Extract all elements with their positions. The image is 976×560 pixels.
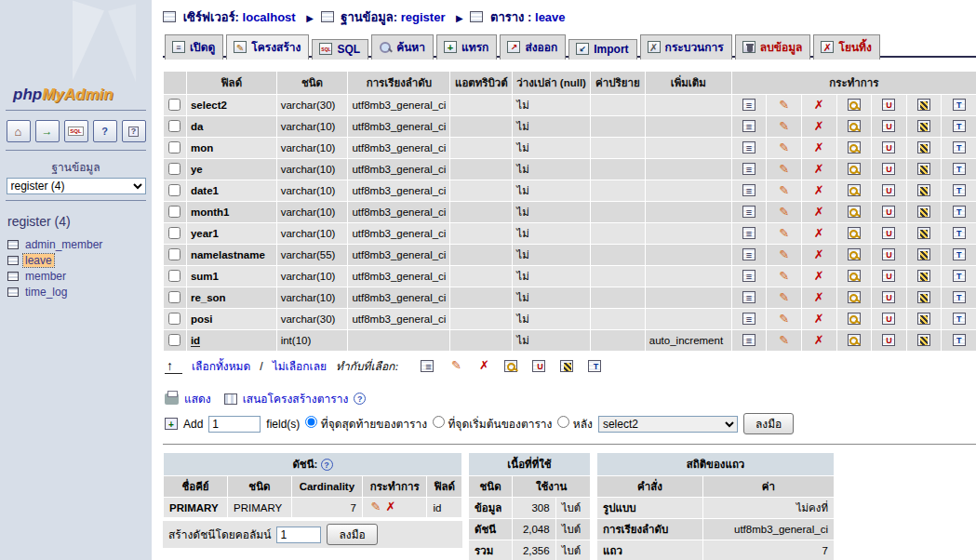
- drop-icon[interactable]: [811, 247, 826, 261]
- radio-after-input[interactable]: [557, 416, 569, 428]
- print-view-link[interactable]: แสดง: [184, 390, 211, 407]
- database-heading[interactable]: register (4): [7, 214, 152, 229]
- database-link[interactable]: register: [401, 10, 446, 24]
- fulltext-icon[interactable]: [952, 120, 967, 134]
- browse-icon[interactable]: [742, 227, 756, 241]
- drop-icon[interactable]: [811, 290, 826, 304]
- change-icon[interactable]: [777, 162, 792, 176]
- create-index-count-input[interactable]: [276, 527, 321, 543]
- table-link[interactable]: admin_member: [23, 238, 104, 251]
- change-icon[interactable]: [777, 226, 792, 240]
- sql-window-button[interactable]: SQL: [64, 120, 88, 142]
- unique-icon[interactable]: [881, 206, 896, 220]
- radio-at-begin[interactable]: ที่จุดเริ่มต้นของตาราง: [433, 415, 552, 433]
- radio-after[interactable]: หลัง: [557, 415, 592, 433]
- unique-icon[interactable]: [881, 248, 896, 262]
- index-icon[interactable]: [916, 291, 931, 305]
- unique-icon[interactable]: [881, 270, 896, 284]
- index-icon[interactable]: [916, 270, 931, 284]
- edit-index-icon[interactable]: [368, 500, 383, 513]
- primary-selected-icon[interactable]: [504, 360, 519, 374]
- tab-insert[interactable]: แทรก: [436, 34, 497, 60]
- unique-icon[interactable]: [881, 291, 896, 305]
- primary-icon[interactable]: [847, 184, 862, 198]
- change-icon[interactable]: [777, 312, 792, 326]
- change-icon[interactable]: [777, 205, 792, 219]
- row-checkbox[interactable]: [168, 99, 180, 111]
- row-checkbox[interactable]: [168, 313, 180, 325]
- uncheck-all-link[interactable]: ไม่เลือกเลย: [273, 357, 327, 375]
- fulltext-icon[interactable]: [952, 270, 967, 284]
- browse-selected-icon[interactable]: [421, 360, 435, 374]
- fulltext-icon[interactable]: [952, 227, 967, 241]
- drop-icon[interactable]: [811, 140, 826, 154]
- browse-icon[interactable]: [742, 99, 756, 113]
- tab-drop[interactable]: โยนทิ้ง: [813, 34, 879, 60]
- unique-icon[interactable]: [881, 99, 896, 113]
- drop-icon[interactable]: [811, 183, 826, 197]
- home-button[interactable]: ⌂: [7, 120, 31, 142]
- fulltext-icon[interactable]: [952, 313, 967, 327]
- table-link[interactable]: time_log: [23, 286, 69, 299]
- drop-icon[interactable]: [811, 312, 826, 326]
- indexes-help-icon[interactable]: [321, 459, 333, 471]
- row-checkbox[interactable]: [168, 120, 180, 132]
- browse-icon[interactable]: [742, 313, 756, 327]
- row-checkbox[interactable]: [168, 270, 180, 282]
- drop-selected-icon[interactable]: [476, 358, 491, 372]
- index-icon[interactable]: [916, 206, 931, 220]
- change-icon[interactable]: [777, 183, 792, 197]
- table-link[interactable]: member: [23, 270, 68, 283]
- change-icon[interactable]: [777, 247, 792, 261]
- help-icon[interactable]: [354, 393, 366, 405]
- index-icon[interactable]: [916, 184, 931, 198]
- index-icon[interactable]: [916, 248, 931, 262]
- drop-icon[interactable]: [811, 162, 826, 176]
- primary-icon[interactable]: [847, 291, 862, 305]
- tab-export[interactable]: ส่งออก: [500, 34, 566, 60]
- radio-at-end[interactable]: ที่จุดสุดท้ายของตาราง: [305, 415, 427, 433]
- server-link[interactable]: localhost: [243, 10, 296, 24]
- browse-icon[interactable]: [742, 270, 756, 284]
- after-field-select[interactable]: select2: [598, 416, 738, 433]
- drop-icon[interactable]: [811, 333, 826, 347]
- fulltext-icon[interactable]: [952, 163, 967, 177]
- index-icon[interactable]: [916, 334, 931, 348]
- row-checkbox[interactable]: [168, 334, 180, 346]
- tab-sql[interactable]: SQL: [312, 39, 368, 60]
- primary-icon[interactable]: [847, 248, 862, 262]
- fulltext-icon[interactable]: [952, 334, 967, 348]
- row-checkbox[interactable]: [168, 184, 180, 196]
- unique-icon[interactable]: [881, 120, 896, 134]
- primary-icon[interactable]: [847, 334, 862, 348]
- index-icon[interactable]: [916, 99, 931, 113]
- change-icon[interactable]: [777, 140, 792, 154]
- fulltext-icon[interactable]: [952, 248, 967, 262]
- primary-icon[interactable]: [847, 313, 862, 327]
- fulltext-selected-icon[interactable]: [588, 360, 603, 374]
- browse-icon[interactable]: [742, 163, 756, 177]
- create-index-go-button[interactable]: ลงมือ: [327, 524, 377, 545]
- browse-icon[interactable]: [742, 206, 756, 220]
- browse-icon[interactable]: [742, 120, 756, 134]
- table-link[interactable]: leave: [23, 254, 54, 267]
- check-all-link[interactable]: เลือกทั้งหมด: [192, 357, 250, 375]
- primary-icon[interactable]: [847, 99, 862, 113]
- primary-icon[interactable]: [847, 206, 862, 220]
- table-link[interactable]: leave: [535, 10, 566, 24]
- row-checkbox[interactable]: [168, 227, 180, 239]
- row-checkbox[interactable]: [168, 141, 180, 153]
- drop-icon[interactable]: [811, 226, 826, 240]
- browse-icon[interactable]: [742, 248, 756, 262]
- radio-at-begin-input[interactable]: [433, 416, 445, 428]
- browse-icon[interactable]: [742, 291, 756, 305]
- index-selected-icon[interactable]: [560, 360, 575, 374]
- tab-structure[interactable]: โครงสร้าง: [226, 34, 309, 60]
- browse-icon[interactable]: [742, 141, 756, 155]
- tab-empty[interactable]: ลบข้อมูล: [735, 34, 811, 60]
- tab-search[interactable]: ค้นหา: [371, 34, 434, 60]
- fulltext-icon[interactable]: [952, 184, 967, 198]
- change-icon[interactable]: [777, 269, 792, 283]
- index-icon[interactable]: [916, 313, 931, 327]
- unique-icon[interactable]: [881, 334, 896, 348]
